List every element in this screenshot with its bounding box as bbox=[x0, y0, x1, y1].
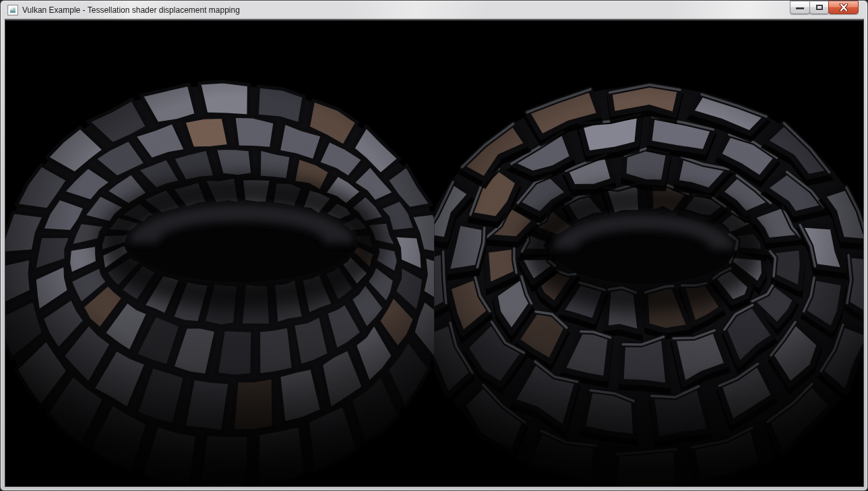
close-icon bbox=[839, 3, 848, 11]
app-window: Vulkan Example - Tessellation shader dis… bbox=[0, 0, 868, 491]
render-client-area[interactable] bbox=[5, 20, 863, 486]
minimize-button[interactable] bbox=[790, 1, 810, 14]
maximize-button[interactable] bbox=[809, 1, 829, 14]
title-bar[interactable]: Vulkan Example - Tessellation shader dis… bbox=[1, 1, 867, 20]
application-icon bbox=[7, 5, 18, 16]
window-title: Vulkan Example - Tessellation shader dis… bbox=[22, 1, 240, 20]
window-controls bbox=[790, 1, 859, 14]
minimize-icon bbox=[796, 7, 804, 9]
vulkan-render-scene bbox=[5, 20, 863, 486]
maximize-icon bbox=[816, 5, 823, 10]
close-button[interactable] bbox=[828, 1, 859, 14]
